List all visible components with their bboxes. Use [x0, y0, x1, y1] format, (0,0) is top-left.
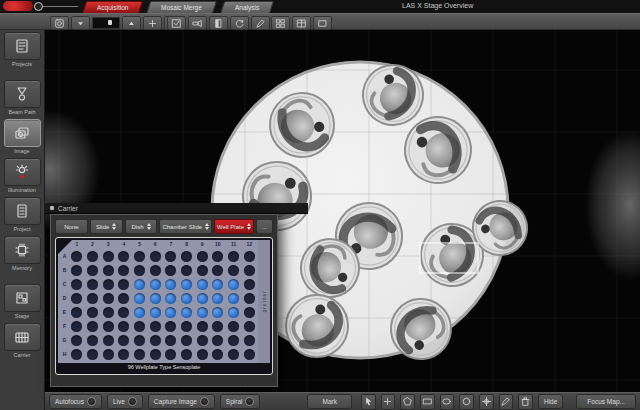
well-B5[interactable] [134, 265, 145, 276]
tool-cursor-button[interactable] [361, 394, 376, 410]
toolbar-button-pen[interactable] [251, 16, 270, 30]
well-C9[interactable] [197, 279, 208, 290]
well-F2[interactable] [87, 321, 98, 332]
well-E3[interactable] [103, 307, 114, 318]
tool-polygon-button[interactable] [400, 394, 415, 410]
well-cell-E6[interactable] [147, 307, 163, 318]
well-cell-F1[interactable] [69, 321, 85, 332]
well-cell-C12[interactable] [241, 279, 257, 290]
well-cell-B1[interactable] [69, 265, 85, 276]
well-B9[interactable] [197, 265, 208, 276]
well-cell-E1[interactable] [69, 307, 85, 318]
well-B8[interactable] [181, 265, 192, 276]
toolbar-button-contrast[interactable] [209, 16, 228, 30]
well-G8[interactable] [181, 335, 192, 346]
well-B3[interactable] [103, 265, 114, 276]
well-A8[interactable] [181, 251, 192, 262]
well-cell-A4[interactable] [116, 251, 132, 262]
well-cell-B2[interactable] [85, 265, 101, 276]
well-cell-D1[interactable] [69, 293, 85, 304]
well-cell-G3[interactable] [100, 335, 116, 346]
well-cell-H9[interactable] [194, 349, 210, 360]
well-cell-D4[interactable] [116, 293, 132, 304]
well-cell-A3[interactable] [100, 251, 116, 262]
well-D9[interactable] [197, 293, 208, 304]
well-cell-F4[interactable] [116, 321, 132, 332]
well-E6[interactable] [150, 307, 161, 318]
well-cell-C2[interactable] [85, 279, 101, 290]
carrier-type-well-plate[interactable]: Well Plate [214, 219, 254, 234]
well-F1[interactable] [71, 321, 82, 332]
well-cell-B12[interactable] [241, 265, 257, 276]
well-D8[interactable] [181, 293, 192, 304]
well-cell-H1[interactable] [69, 349, 85, 360]
well-A9[interactable] [197, 251, 208, 262]
well-cell-F11[interactable] [226, 321, 242, 332]
well-G4[interactable] [118, 335, 129, 346]
well-cell-A5[interactable] [132, 251, 148, 262]
well-D10[interactable] [212, 293, 223, 304]
well-cell-D12[interactable] [241, 293, 257, 304]
well-cell-G2[interactable] [85, 335, 101, 346]
well-cell-G9[interactable] [194, 335, 210, 346]
well-C10[interactable] [212, 279, 223, 290]
well-G11[interactable] [228, 335, 239, 346]
well-cell-D11[interactable] [226, 293, 242, 304]
well-cell-D6[interactable] [147, 293, 163, 304]
well-cell-E5[interactable] [132, 307, 148, 318]
well-F3[interactable] [103, 321, 114, 332]
well-A3[interactable] [103, 251, 114, 262]
well-F12[interactable] [244, 321, 255, 332]
well-cell-C1[interactable] [69, 279, 85, 290]
well-cell-C6[interactable] [147, 279, 163, 290]
well-D7[interactable] [165, 293, 176, 304]
well-C6[interactable] [150, 279, 161, 290]
well-F8[interactable] [181, 321, 192, 332]
tool-rectangle-button[interactable] [420, 394, 435, 410]
well-F10[interactable] [212, 321, 223, 332]
well-cell-G11[interactable] [226, 335, 242, 346]
well-cell-B9[interactable] [194, 265, 210, 276]
well-cell-H7[interactable] [163, 349, 179, 360]
well-F11[interactable] [228, 321, 239, 332]
well-H8[interactable] [181, 349, 192, 360]
well-B7[interactable] [165, 265, 176, 276]
well-A2[interactable] [87, 251, 98, 262]
well-E9[interactable] [197, 307, 208, 318]
carrier-type-none[interactable]: None [55, 219, 88, 234]
well-cell-E12[interactable] [241, 307, 257, 318]
well-cell-D8[interactable] [179, 293, 195, 304]
sidebar-item-projects[interactable]: Projects [4, 32, 41, 67]
well-B4[interactable] [118, 265, 129, 276]
well-C2[interactable] [87, 279, 98, 290]
well-cell-F12[interactable] [241, 321, 257, 332]
well-C4[interactable] [118, 279, 129, 290]
well-cell-F8[interactable] [179, 321, 195, 332]
tool-pen-button[interactable] [499, 394, 514, 410]
well-cell-G10[interactable] [210, 335, 226, 346]
well-cell-C4[interactable] [116, 279, 132, 290]
well-cell-H2[interactable] [85, 349, 101, 360]
well-cell-F7[interactable] [163, 321, 179, 332]
well-cell-G12[interactable] [241, 335, 257, 346]
well-F7[interactable] [165, 321, 176, 332]
sidebar-item-beam-path[interactable]: Beam Path [4, 80, 41, 115]
well-cell-C11[interactable] [226, 279, 242, 290]
well-C5[interactable] [134, 279, 145, 290]
well-D2[interactable] [87, 293, 98, 304]
well-cell-B3[interactable] [100, 265, 116, 276]
well-H10[interactable] [212, 349, 223, 360]
well-cell-G6[interactable] [147, 335, 163, 346]
well-E2[interactable] [87, 307, 98, 318]
well-cell-D3[interactable] [100, 293, 116, 304]
well-cell-B5[interactable] [132, 265, 148, 276]
well-cell-H12[interactable] [241, 349, 257, 360]
well-A6[interactable] [150, 251, 161, 262]
well-cell-C10[interactable] [210, 279, 226, 290]
well-E4[interactable] [118, 307, 129, 318]
sidebar-item-illumination[interactable]: Illumination [4, 158, 41, 193]
well-cell-A12[interactable] [241, 251, 257, 262]
well-A7[interactable] [165, 251, 176, 262]
well-F4[interactable] [118, 321, 129, 332]
toggle-live[interactable]: Live [107, 394, 143, 409]
